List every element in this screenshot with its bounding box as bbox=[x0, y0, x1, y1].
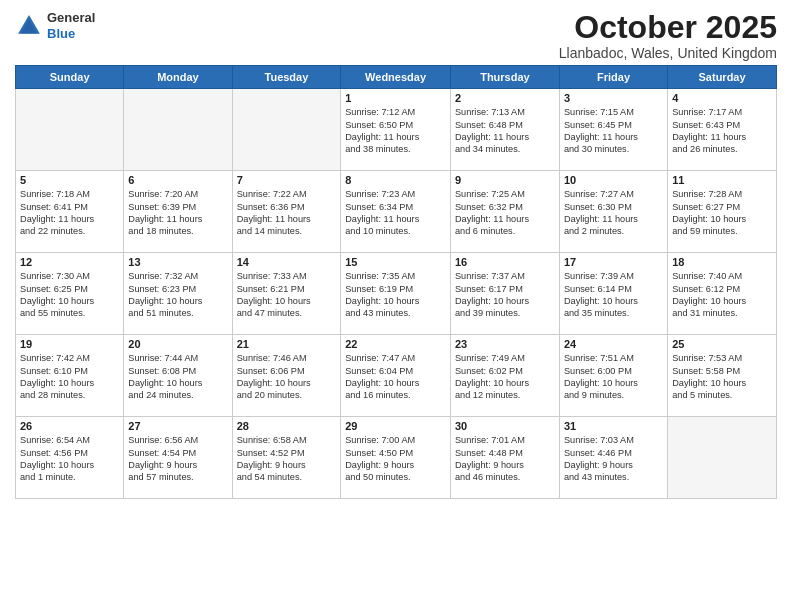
weekday-header: Saturday bbox=[668, 66, 777, 89]
calendar-cell: 2Sunrise: 7:13 AM Sunset: 6:48 PM Daylig… bbox=[450, 89, 559, 171]
day-number: 9 bbox=[455, 174, 555, 186]
day-number: 16 bbox=[455, 256, 555, 268]
day-info: Sunrise: 7:18 AM Sunset: 6:41 PM Dayligh… bbox=[20, 188, 119, 238]
day-number: 8 bbox=[345, 174, 446, 186]
day-info: Sunrise: 7:15 AM Sunset: 6:45 PM Dayligh… bbox=[564, 106, 663, 156]
calendar-cell: 18Sunrise: 7:40 AM Sunset: 6:12 PM Dayli… bbox=[668, 253, 777, 335]
calendar-cell: 27Sunrise: 6:56 AM Sunset: 4:54 PM Dayli… bbox=[124, 417, 232, 499]
weekday-header: Friday bbox=[559, 66, 667, 89]
day-info: Sunrise: 7:28 AM Sunset: 6:27 PM Dayligh… bbox=[672, 188, 772, 238]
calendar-cell: 17Sunrise: 7:39 AM Sunset: 6:14 PM Dayli… bbox=[559, 253, 667, 335]
calendar-cell bbox=[232, 89, 341, 171]
day-info: Sunrise: 7:17 AM Sunset: 6:43 PM Dayligh… bbox=[672, 106, 772, 156]
calendar-cell: 29Sunrise: 7:00 AM Sunset: 4:50 PM Dayli… bbox=[341, 417, 451, 499]
day-info: Sunrise: 7:37 AM Sunset: 6:17 PM Dayligh… bbox=[455, 270, 555, 320]
calendar-cell: 24Sunrise: 7:51 AM Sunset: 6:00 PM Dayli… bbox=[559, 335, 667, 417]
calendar-cell: 1Sunrise: 7:12 AM Sunset: 6:50 PM Daylig… bbox=[341, 89, 451, 171]
location: Llanbadoc, Wales, United Kingdom bbox=[559, 45, 777, 61]
calendar-cell: 20Sunrise: 7:44 AM Sunset: 6:08 PM Dayli… bbox=[124, 335, 232, 417]
calendar-cell: 14Sunrise: 7:33 AM Sunset: 6:21 PM Dayli… bbox=[232, 253, 341, 335]
day-info: Sunrise: 7:01 AM Sunset: 4:48 PM Dayligh… bbox=[455, 434, 555, 484]
day-info: Sunrise: 7:25 AM Sunset: 6:32 PM Dayligh… bbox=[455, 188, 555, 238]
day-number: 31 bbox=[564, 420, 663, 432]
calendar-cell: 10Sunrise: 7:27 AM Sunset: 6:30 PM Dayli… bbox=[559, 171, 667, 253]
day-number: 30 bbox=[455, 420, 555, 432]
weekday-header: Wednesday bbox=[341, 66, 451, 89]
calendar-cell: 12Sunrise: 7:30 AM Sunset: 6:25 PM Dayli… bbox=[16, 253, 124, 335]
day-info: Sunrise: 7:42 AM Sunset: 6:10 PM Dayligh… bbox=[20, 352, 119, 402]
day-info: Sunrise: 7:00 AM Sunset: 4:50 PM Dayligh… bbox=[345, 434, 446, 484]
calendar-cell: 25Sunrise: 7:53 AM Sunset: 5:58 PM Dayli… bbox=[668, 335, 777, 417]
page-container: General Blue October 2025 Llanbadoc, Wal… bbox=[0, 0, 792, 504]
logo-general: General bbox=[47, 10, 95, 26]
calendar-week-row: 19Sunrise: 7:42 AM Sunset: 6:10 PM Dayli… bbox=[16, 335, 777, 417]
month-title: October 2025 bbox=[559, 10, 777, 45]
calendar-week-row: 5Sunrise: 7:18 AM Sunset: 6:41 PM Daylig… bbox=[16, 171, 777, 253]
day-number: 27 bbox=[128, 420, 227, 432]
day-info: Sunrise: 7:03 AM Sunset: 4:46 PM Dayligh… bbox=[564, 434, 663, 484]
weekday-header: Tuesday bbox=[232, 66, 341, 89]
logo-blue: Blue bbox=[47, 26, 95, 42]
calendar-week-row: 12Sunrise: 7:30 AM Sunset: 6:25 PM Dayli… bbox=[16, 253, 777, 335]
calendar-week-row: 1Sunrise: 7:12 AM Sunset: 6:50 PM Daylig… bbox=[16, 89, 777, 171]
calendar-table: SundayMondayTuesdayWednesdayThursdayFrid… bbox=[15, 65, 777, 499]
day-info: Sunrise: 7:27 AM Sunset: 6:30 PM Dayligh… bbox=[564, 188, 663, 238]
calendar-cell bbox=[668, 417, 777, 499]
calendar-cell: 6Sunrise: 7:20 AM Sunset: 6:39 PM Daylig… bbox=[124, 171, 232, 253]
day-number: 1 bbox=[345, 92, 446, 104]
day-number: 15 bbox=[345, 256, 446, 268]
calendar-cell: 21Sunrise: 7:46 AM Sunset: 6:06 PM Dayli… bbox=[232, 335, 341, 417]
calendar-cell: 26Sunrise: 6:54 AM Sunset: 4:56 PM Dayli… bbox=[16, 417, 124, 499]
day-number: 14 bbox=[237, 256, 337, 268]
day-info: Sunrise: 7:23 AM Sunset: 6:34 PM Dayligh… bbox=[345, 188, 446, 238]
day-info: Sunrise: 7:40 AM Sunset: 6:12 PM Dayligh… bbox=[672, 270, 772, 320]
day-info: Sunrise: 7:49 AM Sunset: 6:02 PM Dayligh… bbox=[455, 352, 555, 402]
day-number: 11 bbox=[672, 174, 772, 186]
day-number: 3 bbox=[564, 92, 663, 104]
day-info: Sunrise: 7:51 AM Sunset: 6:00 PM Dayligh… bbox=[564, 352, 663, 402]
day-number: 29 bbox=[345, 420, 446, 432]
day-info: Sunrise: 6:56 AM Sunset: 4:54 PM Dayligh… bbox=[128, 434, 227, 484]
day-info: Sunrise: 7:20 AM Sunset: 6:39 PM Dayligh… bbox=[128, 188, 227, 238]
day-info: Sunrise: 7:32 AM Sunset: 6:23 PM Dayligh… bbox=[128, 270, 227, 320]
day-info: Sunrise: 7:33 AM Sunset: 6:21 PM Dayligh… bbox=[237, 270, 337, 320]
weekday-header: Thursday bbox=[450, 66, 559, 89]
calendar-cell: 15Sunrise: 7:35 AM Sunset: 6:19 PM Dayli… bbox=[341, 253, 451, 335]
logo-text: General Blue bbox=[47, 10, 95, 41]
day-info: Sunrise: 7:39 AM Sunset: 6:14 PM Dayligh… bbox=[564, 270, 663, 320]
weekday-header: Monday bbox=[124, 66, 232, 89]
day-number: 17 bbox=[564, 256, 663, 268]
calendar-cell: 19Sunrise: 7:42 AM Sunset: 6:10 PM Dayli… bbox=[16, 335, 124, 417]
day-number: 10 bbox=[564, 174, 663, 186]
calendar-cell: 8Sunrise: 7:23 AM Sunset: 6:34 PM Daylig… bbox=[341, 171, 451, 253]
day-info: Sunrise: 7:53 AM Sunset: 5:58 PM Dayligh… bbox=[672, 352, 772, 402]
day-info: Sunrise: 7:35 AM Sunset: 6:19 PM Dayligh… bbox=[345, 270, 446, 320]
day-number: 18 bbox=[672, 256, 772, 268]
day-info: Sunrise: 7:30 AM Sunset: 6:25 PM Dayligh… bbox=[20, 270, 119, 320]
day-info: Sunrise: 7:46 AM Sunset: 6:06 PM Dayligh… bbox=[237, 352, 337, 402]
calendar-cell: 4Sunrise: 7:17 AM Sunset: 6:43 PM Daylig… bbox=[668, 89, 777, 171]
day-number: 28 bbox=[237, 420, 337, 432]
day-info: Sunrise: 7:44 AM Sunset: 6:08 PM Dayligh… bbox=[128, 352, 227, 402]
calendar-cell: 5Sunrise: 7:18 AM Sunset: 6:41 PM Daylig… bbox=[16, 171, 124, 253]
calendar-cell: 3Sunrise: 7:15 AM Sunset: 6:45 PM Daylig… bbox=[559, 89, 667, 171]
day-number: 25 bbox=[672, 338, 772, 350]
day-number: 22 bbox=[345, 338, 446, 350]
day-info: Sunrise: 7:47 AM Sunset: 6:04 PM Dayligh… bbox=[345, 352, 446, 402]
logo-icon bbox=[15, 12, 43, 40]
calendar-cell bbox=[124, 89, 232, 171]
day-number: 5 bbox=[20, 174, 119, 186]
day-number: 21 bbox=[237, 338, 337, 350]
day-number: 26 bbox=[20, 420, 119, 432]
calendar-cell: 9Sunrise: 7:25 AM Sunset: 6:32 PM Daylig… bbox=[450, 171, 559, 253]
header: General Blue October 2025 Llanbadoc, Wal… bbox=[15, 10, 777, 61]
logo: General Blue bbox=[15, 10, 95, 41]
weekday-header: Sunday bbox=[16, 66, 124, 89]
calendar-cell: 11Sunrise: 7:28 AM Sunset: 6:27 PM Dayli… bbox=[668, 171, 777, 253]
day-number: 6 bbox=[128, 174, 227, 186]
day-info: Sunrise: 6:54 AM Sunset: 4:56 PM Dayligh… bbox=[20, 434, 119, 484]
day-number: 19 bbox=[20, 338, 119, 350]
day-number: 12 bbox=[20, 256, 119, 268]
day-number: 24 bbox=[564, 338, 663, 350]
calendar-cell: 7Sunrise: 7:22 AM Sunset: 6:36 PM Daylig… bbox=[232, 171, 341, 253]
